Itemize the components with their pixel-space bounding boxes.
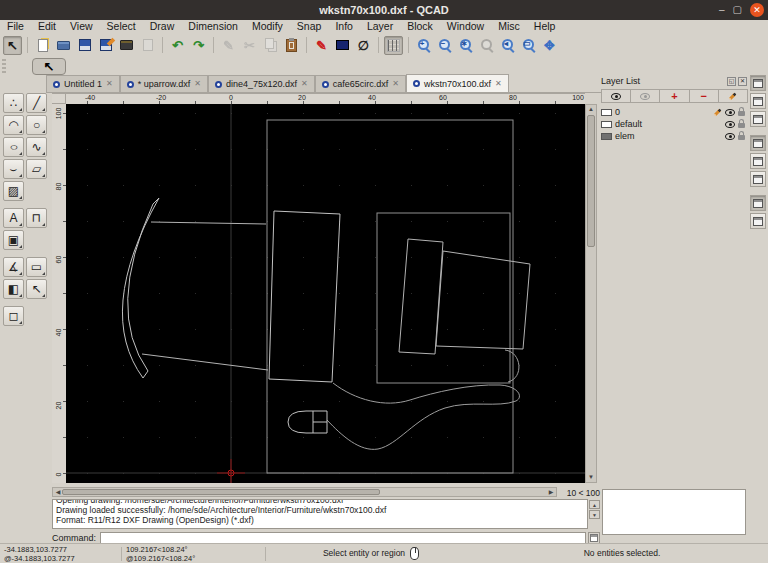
history-scroll-up-icon[interactable]: ▲ — [589, 500, 600, 509]
color-swatch-button[interactable] — [333, 36, 352, 55]
pan-button[interactable]: ✥ — [540, 36, 559, 55]
tab-close-icon[interactable]: ✕ — [194, 80, 201, 88]
layer-visibility-icon[interactable] — [725, 133, 735, 140]
hatch-tool[interactable]: ▨ — [3, 181, 24, 201]
polyline-tool[interactable]: ⌣ — [3, 159, 24, 179]
image-tool[interactable]: ▣ — [3, 230, 24, 250]
tab-wkstn70x100-dxf[interactable]: wkstn70x100.dxf✕ — [406, 74, 509, 92]
tab-cafe65circ-dxf[interactable]: cafe65circ.dxf✕ — [315, 75, 406, 92]
pen-button[interactable]: ✎ — [219, 36, 238, 55]
toolbar-handle[interactable] — [2, 59, 6, 73]
menu-dimension[interactable]: Dimension — [181, 20, 245, 33]
menu-block[interactable]: Block — [400, 20, 440, 33]
menu-info[interactable]: Info — [328, 20, 360, 33]
paste-button[interactable] — [282, 36, 301, 55]
zoom-back-button[interactable]: ◂ — [498, 36, 517, 55]
layer-lock-icon[interactable] — [738, 111, 745, 116]
zoom-out-button[interactable]: − — [435, 36, 454, 55]
tab-close-icon[interactable]: ✕ — [106, 80, 113, 88]
vertical-scroll-thumb[interactable] — [587, 115, 595, 247]
block-list-toggle[interactable] — [750, 111, 766, 127]
ellipse-tool[interactable]: ○ — [3, 137, 24, 157]
menu-select[interactable]: Select — [100, 20, 143, 33]
command-line-toggle[interactable] — [750, 135, 766, 151]
maximize-button[interactable]: ▢ — [733, 5, 742, 15]
pointer-tool-button[interactable]: ↖ — [3, 36, 22, 55]
tab-dine4-75x120-dxf[interactable]: dine4_75x120.dxf✕ — [208, 75, 315, 92]
layer-visibility-icon[interactable] — [725, 109, 735, 116]
layer-lock-icon[interactable] — [738, 135, 745, 140]
new-file-button[interactable] — [33, 36, 52, 55]
save-as-button[interactable] — [96, 36, 115, 55]
close-panel-icon[interactable]: ✕ — [738, 77, 747, 86]
menu-window[interactable]: Window — [440, 20, 491, 33]
layer-edit-icon[interactable] — [713, 108, 721, 116]
undo-button[interactable]: ↶ — [168, 36, 187, 55]
modify-tool[interactable]: ◧ — [3, 279, 24, 299]
horizontal-scrollbar[interactable]: ◀ ▶ — [52, 487, 557, 497]
layer-row-default[interactable]: default — [601, 118, 747, 130]
menu-help[interactable]: Help — [527, 20, 563, 33]
tab-close-icon[interactable]: ✕ — [392, 80, 399, 88]
print-button[interactable] — [117, 36, 136, 55]
select-tool[interactable]: ↖ — [26, 279, 47, 299]
minimize-button[interactable]: – — [719, 5, 725, 15]
menu-edit[interactable]: Edit — [31, 20, 63, 33]
zoom-window-button[interactable]: ▭ — [519, 36, 538, 55]
menu-snap[interactable]: Snap — [290, 20, 329, 33]
arc-tool[interactable]: ◠ — [3, 115, 24, 135]
layer-list-toggle[interactable] — [750, 93, 766, 109]
scroll-down-icon[interactable]: ▼ — [586, 473, 596, 482]
menu-layer[interactable]: Layer — [360, 20, 400, 33]
close-button[interactable]: ✕ — [750, 3, 764, 17]
open-file-button[interactable] — [54, 36, 73, 55]
edit-layer-button[interactable] — [718, 89, 748, 103]
circle-tool[interactable]: ○ — [26, 115, 47, 135]
menu-modify[interactable]: Modify — [245, 20, 290, 33]
history-scroll-down-icon[interactable]: ▼ — [589, 510, 600, 519]
menu-view[interactable]: View — [63, 20, 100, 33]
dimension-tool[interactable]: ⊓ — [26, 208, 47, 228]
library-browser-toggle[interactable] — [750, 195, 766, 211]
tab--uparrow-dxf[interactable]: * uparrow.dxf✕ — [120, 75, 208, 92]
hide-all-layers-button[interactable] — [630, 89, 660, 103]
menu-misc[interactable]: Misc — [491, 20, 527, 33]
print-preview-button[interactable] — [138, 36, 157, 55]
layer-visibility-icon[interactable] — [725, 121, 735, 128]
grid-toggle-button[interactable] — [384, 36, 403, 55]
menu-file[interactable]: File — [0, 20, 31, 33]
view-toggle-1[interactable] — [750, 153, 766, 169]
drawing-canvas[interactable] — [66, 104, 585, 483]
zoom-in-button[interactable]: + — [414, 36, 433, 55]
selection-pointer-button[interactable]: ↖ — [32, 58, 66, 75]
text-tool[interactable]: A — [3, 208, 24, 228]
add-layer-button[interactable]: + — [659, 89, 689, 103]
remove-layer-button[interactable]: − — [689, 89, 719, 103]
scroll-up-icon[interactable]: ▲ — [586, 105, 596, 114]
point-tool[interactable]: ∴ — [3, 93, 24, 113]
layer-row-elem[interactable]: elem — [601, 130, 747, 142]
line-tool[interactable]: ╱ — [26, 93, 47, 113]
menu-draw[interactable]: Draw — [143, 20, 182, 33]
auto-zoom-button[interactable]: ∗ — [456, 36, 475, 55]
shape-tool[interactable]: ▱ — [26, 159, 47, 179]
layer-row-0[interactable]: 0 — [601, 106, 747, 118]
zoom-previous-button[interactable] — [477, 36, 496, 55]
viewport-tool[interactable]: ◻ — [3, 306, 24, 326]
spline-tool[interactable]: ∿ — [26, 137, 47, 157]
copy-button[interactable] — [261, 36, 280, 55]
tab-close-icon[interactable]: ✕ — [301, 80, 308, 88]
redo-button[interactable]: ↷ — [189, 36, 208, 55]
tab-close-icon[interactable]: ✕ — [495, 80, 502, 88]
property-editor-toggle[interactable] — [750, 75, 766, 91]
command-panel-button[interactable] — [588, 532, 600, 544]
vertical-scrollbar[interactable]: ▲ ▼ — [585, 104, 597, 483]
show-all-layers-button[interactable] — [601, 89, 631, 103]
info-tool[interactable]: ∡ — [3, 257, 24, 277]
measure-tool[interactable]: ▭ — [26, 257, 47, 277]
no-fill-button[interactable]: ∅ — [354, 36, 373, 55]
tab-Untitled-1[interactable]: Untitled 1✕ — [46, 75, 120, 92]
horizontal-scroll-thumb[interactable] — [62, 489, 380, 495]
float-panel-icon[interactable]: ◱ — [727, 77, 736, 86]
command-input[interactable] — [100, 532, 586, 544]
